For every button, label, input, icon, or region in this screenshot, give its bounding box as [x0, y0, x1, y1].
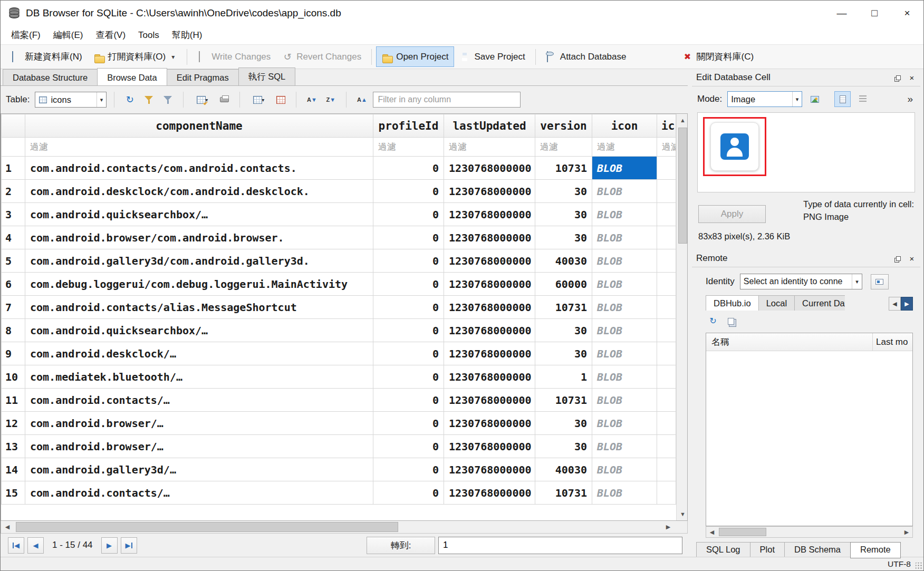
horizontal-scroll-thumb[interactable]	[16, 522, 398, 532]
delete-record-button[interactable]	[273, 92, 288, 108]
apply-button[interactable]: Apply	[698, 205, 766, 223]
row-number-cell[interactable]: 6	[2, 273, 25, 296]
remote-scroll-thumb[interactable]	[719, 528, 766, 536]
version-cell[interactable]: 30	[535, 342, 592, 365]
lastUpdated-cell[interactable]: 1230768000000	[444, 180, 535, 203]
partial-cell[interactable]	[657, 342, 676, 365]
profileId-cell[interactable]: 0	[373, 273, 444, 296]
next-page-button[interactable]: ▶	[101, 537, 118, 554]
column-header-version[interactable]: version	[535, 114, 592, 138]
clone-database-button[interactable]	[724, 314, 738, 328]
open-database-dropdown-icon[interactable]: ▾	[169, 51, 177, 63]
icon-blob-cell[interactable]: BLOB	[592, 389, 657, 412]
row-number-cell[interactable]: 2	[2, 180, 25, 203]
filter-profileId[interactable]: 過濾	[373, 138, 444, 157]
toolbar-overflow-icon[interactable]: »	[907, 93, 915, 105]
revert-changes-button[interactable]: ↺ Revert Changes	[276, 48, 367, 66]
lastUpdated-cell[interactable]: 1230768000000	[444, 273, 535, 296]
partial-cell[interactable]	[657, 458, 676, 481]
scroll-right-icon[interactable]: ▶	[662, 521, 675, 533]
lastUpdated-cell[interactable]: 1230768000000	[444, 389, 535, 412]
tab-dbhub[interactable]: DBHub.io	[706, 295, 759, 311]
pane-splitter[interactable]	[688, 69, 692, 557]
text-view-toggle-button[interactable]	[834, 91, 851, 107]
lastUpdated-cell[interactable]: 1230768000000	[444, 157, 535, 180]
version-cell[interactable]: 30	[535, 226, 592, 249]
maximize-icon[interactable]: □	[858, 1, 891, 26]
sort-desc-button[interactable]: Z▼	[323, 92, 339, 108]
tab-sql-log[interactable]: SQL Log	[696, 542, 750, 558]
close-panel-button[interactable]: ×	[906, 253, 918, 264]
tab-scroll-left-icon[interactable]: ◀	[889, 297, 901, 311]
table-select[interactable]: icons ▾	[35, 92, 107, 108]
profileId-cell[interactable]: 0	[373, 226, 444, 249]
scroll-up-icon[interactable]: ▲	[677, 114, 688, 127]
close-icon[interactable]: ×	[891, 1, 923, 26]
row-number-cell[interactable]: 13	[2, 435, 25, 458]
menu-view[interactable]: 查看(V)	[89, 26, 132, 44]
partial-cell[interactable]	[657, 203, 676, 226]
row-number-cell[interactable]: 3	[2, 203, 25, 226]
componentName-cell[interactable]: com.android.browser/com.android.browser.	[25, 226, 373, 249]
float-panel-button[interactable]	[892, 253, 904, 264]
column-header-partial[interactable]: ic	[657, 114, 676, 138]
column-header-last-modified[interactable]: Last mo	[872, 333, 912, 351]
componentName-cell[interactable]: com.debug.loggerui/com.debug.loggerui.Ma…	[25, 273, 373, 296]
version-cell[interactable]: 60000	[535, 273, 592, 296]
vertical-scrollbar[interactable]: ▲ ▼	[676, 114, 688, 520]
save-filter-button[interactable]	[160, 92, 176, 108]
import-certificate-button[interactable]	[871, 274, 889, 289]
row-number-cell[interactable]: 7	[2, 296, 25, 319]
componentName-cell[interactable]: com.android.contacts/com.android.contact…	[25, 157, 373, 180]
filter-any-column-input[interactable]	[373, 92, 521, 108]
lastUpdated-cell[interactable]: 1230768000000	[444, 203, 535, 226]
lastUpdated-cell[interactable]: 1230768000000	[444, 296, 535, 319]
icon-blob-cell[interactable]: BLOB	[592, 435, 657, 458]
componentName-cell[interactable]: com.android.quicksearchbox/…	[25, 319, 373, 342]
lastUpdated-cell[interactable]: 1230768000000	[444, 412, 535, 435]
tab-edit-pragmas[interactable]: Edit Pragmas	[167, 69, 239, 85]
version-cell[interactable]: 40030	[535, 249, 592, 273]
icon-blob-cell[interactable]: BLOB	[592, 180, 657, 203]
profileId-cell[interactable]: 0	[373, 412, 444, 435]
attach-database-button[interactable]: Attach Database	[540, 48, 632, 66]
icon-blob-cell[interactable]: BLOB	[592, 365, 657, 389]
open-database-button[interactable]: 打開資料庫(O) ▾	[88, 46, 183, 67]
icon-blob-cell[interactable]: BLOB	[592, 249, 657, 273]
profileId-cell[interactable]: 0	[373, 249, 444, 273]
version-cell[interactable]: 30	[535, 180, 592, 203]
componentName-cell[interactable]: com.android.contacts/…	[25, 389, 373, 412]
row-number-cell[interactable]: 1	[2, 157, 25, 180]
write-changes-button[interactable]: Write Changes	[191, 48, 276, 66]
version-cell[interactable]: 30	[535, 435, 592, 458]
close-database-button[interactable]: ✖ 關閉資料庫(C)	[677, 47, 760, 66]
profileId-cell[interactable]: 0	[373, 365, 444, 389]
clear-filters-button[interactable]	[141, 92, 157, 108]
menu-tools[interactable]: Tools	[132, 27, 166, 44]
row-number-cell[interactable]: 8	[2, 319, 25, 342]
partial-cell[interactable]	[657, 157, 676, 180]
export-image-button[interactable]	[806, 91, 823, 107]
remote-list-body[interactable]	[706, 351, 912, 526]
componentName-cell[interactable]: com.mediatek.bluetooth/…	[25, 365, 373, 389]
version-cell[interactable]: 40030	[535, 458, 592, 481]
lastUpdated-cell[interactable]: 1230768000000	[444, 226, 535, 249]
icon-blob-cell[interactable]: BLOB	[592, 157, 657, 180]
icon-blob-cell[interactable]: BLOB	[592, 458, 657, 481]
partial-cell[interactable]	[657, 296, 676, 319]
open-project-button[interactable]: Open Project	[376, 46, 454, 67]
scroll-right-icon[interactable]: ▶	[901, 527, 912, 537]
tab-plot[interactable]: Plot	[750, 542, 785, 558]
profileId-cell[interactable]: 0	[373, 180, 444, 203]
menu-file[interactable]: 檔案(F)	[5, 26, 47, 44]
tab-local[interactable]: Local	[758, 295, 795, 311]
partial-cell[interactable]	[657, 389, 676, 412]
version-cell[interactable]: 30	[535, 319, 592, 342]
row-number-cell[interactable]: 11	[2, 389, 25, 412]
profileId-cell[interactable]: 0	[373, 389, 444, 412]
row-number-cell[interactable]: 4	[2, 226, 25, 249]
lastUpdated-cell[interactable]: 1230768000000	[444, 319, 535, 342]
profileId-cell[interactable]: 0	[373, 319, 444, 342]
filter-componentName[interactable]: 過濾	[25, 138, 373, 157]
profileId-cell[interactable]: 0	[373, 296, 444, 319]
